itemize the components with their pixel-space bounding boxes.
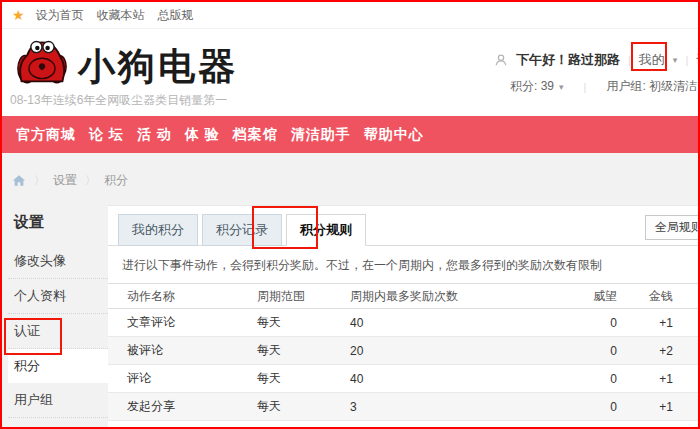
forum-rules-link[interactable]: 总版规 [158, 7, 194, 24]
table-row: 被评论 每天 20 0 +2 [108, 337, 698, 365]
nav-cleaning-helper[interactable]: 清洁助手 [291, 126, 351, 144]
site-logo[interactable]: 小狗电器 [14, 35, 238, 91]
col-max-rewards: 周期内最多奖励次数 [350, 288, 540, 305]
table-header-row: 动作名称 周期范围 周期内最多奖励次数 威望 金钱 [108, 283, 698, 309]
bookmark-site-link[interactable]: 收藏本站 [97, 7, 145, 24]
user-stats-bar: 积分: 39 ▾ | 用户组: 初级清洁 [510, 78, 697, 95]
col-prestige: 威望 [540, 288, 617, 305]
tab-points-log[interactable]: 积分记录 [202, 214, 282, 246]
table-row: 评论 每天 40 0 +1 [108, 365, 698, 393]
user-menu-bar: 下午好！路过那路 | 我的 ▾ | 设置 提醒 ▾ [494, 51, 700, 69]
set-homepage-link[interactable]: 设为首页 [36, 7, 84, 24]
star-icon: ★ [12, 7, 25, 23]
col-action-name: 动作名称 [127, 288, 257, 305]
sidebar-item-avatar[interactable]: 修改头像 [8, 244, 108, 279]
nav-activities[interactable]: 活 动 [137, 126, 172, 144]
points-value[interactable]: 积分: 39 [510, 78, 554, 95]
tab-points-rules[interactable]: 积分规则 [286, 214, 366, 246]
sidebar-title: 设置 [8, 205, 108, 244]
nav-experience[interactable]: 体 验 [185, 126, 220, 144]
rules-description: 进行以下事件动作，会得到积分奖励。不过，在一个周期内，您最多得到的奖励次数有限制 [108, 246, 698, 283]
nav-official-store[interactable]: 官方商城 [16, 126, 76, 144]
breadcrumb-settings[interactable]: 设置 [53, 172, 77, 189]
greeting-username[interactable]: 下午好！路过那路 [516, 51, 620, 69]
table-row: 参与投票 每天 10 0 +1 [108, 421, 698, 429]
home-icon[interactable] [12, 174, 26, 187]
nav-help-center[interactable]: 帮助中心 [364, 126, 424, 144]
table-row: 发起分享 每天 3 0 +1 [108, 393, 698, 421]
site-title: 小狗电器 [78, 48, 238, 85]
usergroup-value[interactable]: 用户组: 初级清洁 [606, 78, 697, 95]
breadcrumb: 〉 设置 〉 积分 [12, 172, 128, 189]
sidebar-item-profile[interactable]: 个人资料 [8, 279, 108, 314]
breadcrumb-points[interactable]: 积分 [104, 172, 128, 189]
main-nav: 官方商城 论 坛 活 动 体 验 档案馆 清洁助手 帮助中心 [2, 116, 698, 153]
settings-menu[interactable]: 设置 [696, 51, 700, 69]
sidebar-item-privacy[interactable]: 隐私筛选 [8, 418, 108, 429]
tab-strip: 我的积分 积分记录 积分规则 全局规则 [108, 206, 698, 246]
nav-archive[interactable]: 档案馆 [233, 126, 278, 144]
col-cycle-range: 周期范围 [257, 288, 350, 305]
points-panel: 我的积分 积分记录 积分规则 全局规则 进行以下事件动作，会得到积分奖励。不过，… [108, 205, 698, 429]
sidebar-item-verify[interactable]: 认证 [8, 314, 108, 349]
settings-sidebar: 设置 修改头像 个人资料 认证 积分 用户组 隐私筛选 密码安全 [8, 205, 108, 429]
nav-forum[interactable]: 论 坛 [89, 126, 124, 144]
top-utility-bar: ★ 设为首页 收藏本站 总版规 [2, 2, 698, 29]
my-menu[interactable]: 我的 [639, 51, 665, 69]
site-header: 小狗电器 08-13年连续6年全网吸尘器类目销量第一 下午好！路过那路 | 我的… [2, 29, 698, 117]
caret-down-icon: ▾ [559, 82, 564, 92]
site-tagline: 08-13年连续6年全网吸尘器类目销量第一 [10, 92, 227, 109]
page-body: 〉 设置 〉 积分 设置 修改头像 个人资料 认证 积分 用户组 隐私筛选 密码… [2, 153, 698, 429]
sidebar-item-points[interactable]: 积分 [8, 349, 108, 383]
sidebar-item-usergroup[interactable]: 用户组 [8, 383, 108, 418]
global-rules-button[interactable]: 全局规则 [645, 215, 700, 240]
tab-my-points[interactable]: 我的积分 [118, 214, 198, 246]
table-row: 文章评论 每天 40 0 +1 [108, 309, 698, 337]
caret-down-icon: ▾ [673, 55, 678, 65]
user-icon [494, 53, 508, 67]
col-money: 金钱 [617, 288, 673, 305]
dog-logo-icon [14, 35, 70, 91]
